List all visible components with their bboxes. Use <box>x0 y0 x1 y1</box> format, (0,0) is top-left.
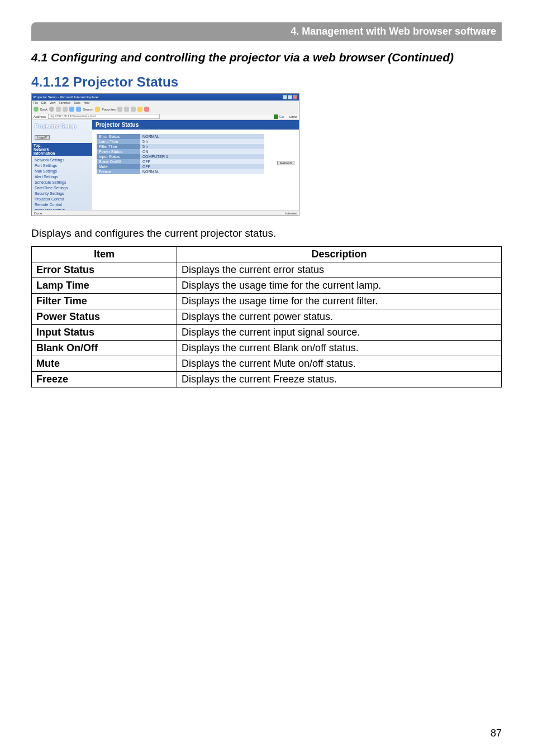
item-cell: Filter Time <box>32 294 177 309</box>
back-icon[interactable] <box>34 107 39 112</box>
menu-view[interactable]: View <box>50 101 56 105</box>
sidebar-brand: Projector Setup <box>35 123 89 130</box>
table-row: MuteDisplays the current Mute on/off sta… <box>32 356 502 372</box>
desc-cell: Displays the current Freeze status. <box>177 372 502 387</box>
sidebar-item[interactable]: Port Settings <box>35 164 89 168</box>
favorites-label: Favorites <box>102 108 116 111</box>
status-key: Filter Time <box>97 144 140 149</box>
history-icon[interactable] <box>117 107 122 112</box>
info-table: Item Description Error StatusDisplays th… <box>31 246 502 387</box>
links-label[interactable]: Links <box>289 115 297 118</box>
description-line: Displays and configures the current proj… <box>31 227 502 240</box>
go-button[interactable]: Go <box>274 114 284 119</box>
mail-icon[interactable] <box>124 107 129 112</box>
search-icon[interactable] <box>76 107 81 112</box>
sidebar-group: Top: Network Information <box>32 143 92 156</box>
table-row: Power StatusDisplays the current power s… <box>32 309 502 325</box>
window-buttons <box>283 95 297 99</box>
status-bar: Done Internet <box>32 210 299 216</box>
desc-cell: Displays the current power status. <box>177 309 502 325</box>
window-title: Projector Setup - Microsoft Internet Exp… <box>34 95 99 99</box>
status-left: Done <box>34 212 42 215</box>
refresh-icon[interactable] <box>63 107 68 112</box>
print-icon[interactable] <box>131 107 136 112</box>
status-value: ON <box>140 149 264 154</box>
close-icon[interactable] <box>293 95 297 99</box>
sidebar-item[interactable]: Network Settings <box>35 158 89 162</box>
page-number: 87 <box>491 728 502 739</box>
status-value: NORMAL <box>140 169 264 174</box>
menu-tools[interactable]: Tools <box>74 101 80 105</box>
status-key: Mute <box>97 164 140 169</box>
sidebar-item[interactable]: Security Settings <box>35 192 89 195</box>
sidebar-group-network: Network <box>34 147 91 151</box>
status-key: Freeze <box>97 169 140 174</box>
status-value: 5 h <box>140 144 264 149</box>
sidebar-group-top: Top: <box>34 143 91 147</box>
sidebar-item[interactable]: Schedule Settings <box>35 180 89 184</box>
desc-cell: Displays the current Blank on/off status… <box>177 341 502 356</box>
status-key: Lamp Time <box>97 139 140 144</box>
status-row: Input StatusCOMPUTER 1 <box>97 154 264 159</box>
forward-icon[interactable] <box>49 107 54 112</box>
stop-icon[interactable] <box>56 107 61 112</box>
status-row: MuteOFF <box>97 164 264 169</box>
desc-cell: Displays the current error status <box>177 262 502 278</box>
main-title: Projector Status <box>92 120 299 130</box>
item-cell: Input Status <box>32 325 177 341</box>
section-banner: 4. Management with Web browser software <box>31 22 502 41</box>
menu-edit[interactable]: Edit <box>41 101 46 105</box>
desc-cell: Displays the current Mute on/off status. <box>177 356 502 372</box>
th-item: Item <box>32 247 177 262</box>
menu-help[interactable]: Help <box>84 101 89 105</box>
sidebar-item[interactable]: Alert Settings <box>35 175 89 179</box>
status-key: Blank On/Off <box>97 159 140 164</box>
status-right: Internet <box>285 212 297 215</box>
edit-icon[interactable] <box>137 107 142 112</box>
sidebar-item[interactable]: Date/Time Settings <box>35 186 89 190</box>
home-icon[interactable] <box>69 107 74 112</box>
sidebar-item[interactable]: Projector Control <box>35 197 89 201</box>
menu-favorites[interactable]: Favorites <box>59 101 70 105</box>
status-row: FreezeNORMAL <box>97 169 264 174</box>
search-label: Search <box>83 108 93 111</box>
item-cell: Lamp Time <box>32 278 177 294</box>
menu-bar: File Edit View Favorites Tools Help <box>32 101 299 106</box>
desc-cell: Displays the usage time for the current … <box>177 278 502 294</box>
sidebar-item[interactable]: Mail Settings <box>35 169 89 173</box>
item-cell: Error Status <box>32 262 177 278</box>
sidebar-item[interactable]: Remote Control <box>35 203 89 207</box>
favorites-icon[interactable] <box>95 107 100 112</box>
main-panel: Projector Status Error StatusNORMALLamp … <box>92 120 299 210</box>
status-value: COMPUTER 1 <box>140 154 264 159</box>
table-row: Input StatusDisplays the current input s… <box>32 325 502 341</box>
status-value: NORMAL <box>140 134 264 139</box>
status-value: OFF <box>140 164 264 169</box>
address-label: Address <box>34 115 46 118</box>
status-row: Lamp Time5 h <box>97 139 264 144</box>
address-input[interactable]: http://192.168.1.10/status/status.html <box>48 114 160 119</box>
status-row: Blank On/OffOFF <box>97 159 264 164</box>
item-cell: Mute <box>32 356 177 372</box>
browser-screenshot: Projector Setup - Microsoft Internet Exp… <box>31 93 299 216</box>
subsection-heading: 4.1.12 Projector Status <box>31 74 502 90</box>
status-row: Error StatusNORMAL <box>97 134 264 139</box>
maximize-icon[interactable] <box>288 95 292 99</box>
table-row: Blank On/OffDisplays the current Blank o… <box>32 341 502 356</box>
logoff-button[interactable]: Logoff <box>35 135 50 140</box>
address-bar: Address http://192.168.1.10/status/statu… <box>32 113 299 120</box>
item-cell: Freeze <box>32 372 177 387</box>
desc-cell: Displays the current input signal source… <box>177 325 502 341</box>
status-row: Power StatusON <box>97 149 264 154</box>
table-row: Error StatusDisplays the current error s… <box>32 262 502 278</box>
table-row: Lamp TimeDisplays the usage time for the… <box>32 278 502 294</box>
table-row: Filter TimeDisplays the usage time for t… <box>32 294 502 309</box>
status-key: Error Status <box>97 134 140 139</box>
minimize-icon[interactable] <box>283 95 287 99</box>
sidebar: Projector Setup Logoff Top: Network Info… <box>32 120 92 210</box>
menu-file[interactable]: File <box>34 101 38 105</box>
refresh-button[interactable]: Refresh <box>277 161 294 165</box>
discuss-icon[interactable] <box>144 107 149 112</box>
status-table: Error StatusNORMALLamp Time5 hFilter Tim… <box>97 134 264 174</box>
desc-cell: Displays the usage time for the current … <box>177 294 502 309</box>
